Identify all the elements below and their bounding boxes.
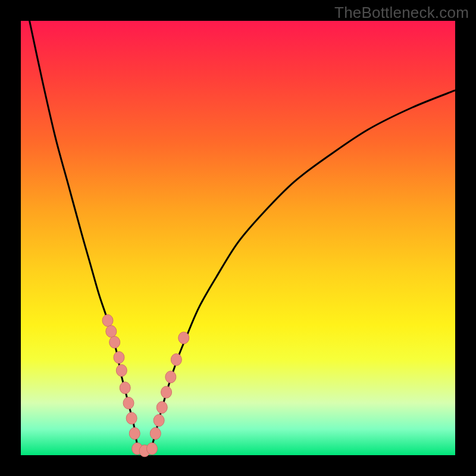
marker-dot (106, 325, 117, 337)
marker-layer (102, 315, 189, 457)
marker-dot (161, 386, 172, 398)
marker-dot (109, 336, 120, 348)
marker-dot (146, 443, 157, 455)
marker-dot (126, 412, 137, 424)
marker-dot (165, 371, 176, 383)
marker-dot (150, 428, 161, 440)
marker-dot (171, 353, 181, 365)
chart-frame: TheBottleneck.com (0, 0, 476, 476)
marker-dot (120, 382, 130, 394)
marker-dot (156, 402, 167, 414)
curve-layer (30, 21, 455, 451)
marker-dot (116, 365, 127, 377)
marker-dot (178, 332, 189, 344)
marker-dot (102, 315, 113, 327)
chart-svg (21, 21, 455, 455)
watermark-text: TheBottleneck.com (334, 4, 469, 22)
marker-dot (129, 428, 140, 440)
marker-dot (114, 352, 124, 364)
marker-dot (123, 397, 134, 409)
series-right-branch (151, 90, 455, 449)
marker-dot (154, 415, 164, 427)
